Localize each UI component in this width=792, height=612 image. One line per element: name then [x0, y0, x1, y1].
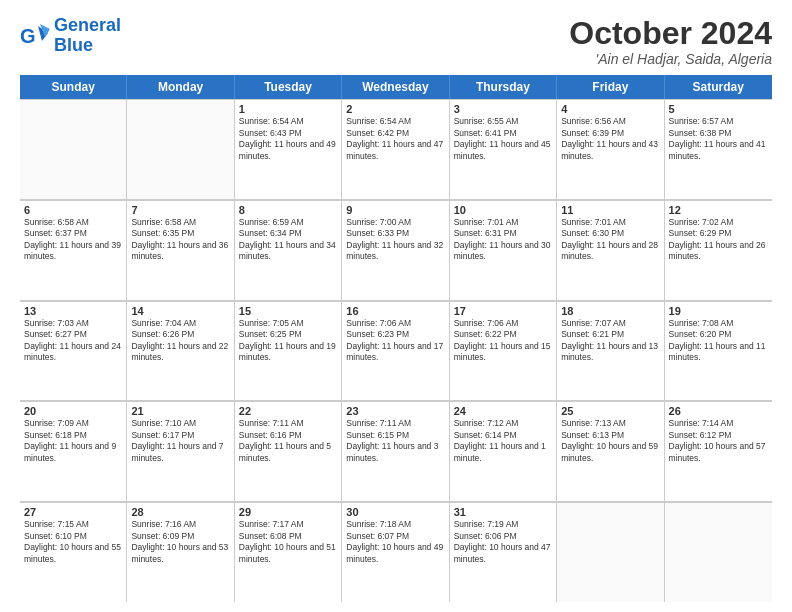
day-number: 6: [24, 204, 122, 216]
day-cell-26: 26Sunrise: 7:14 AMSunset: 6:12 PMDayligh…: [665, 401, 772, 501]
day-cell-10: 10Sunrise: 7:01 AMSunset: 6:31 PMDayligh…: [450, 200, 557, 300]
day-number: 4: [561, 103, 659, 115]
cell-info: Sunrise: 6:59 AMSunset: 6:34 PMDaylight:…: [239, 217, 337, 263]
svg-text:G: G: [20, 25, 36, 47]
empty-cell-r0c1: [127, 99, 234, 199]
day-number: 27: [24, 506, 122, 518]
cell-info: Sunrise: 6:56 AMSunset: 6:39 PMDaylight:…: [561, 116, 659, 162]
day-number: 13: [24, 305, 122, 317]
day-cell-13: 13Sunrise: 7:03 AMSunset: 6:27 PMDayligh…: [20, 301, 127, 401]
day-cell-1: 1Sunrise: 6:54 AMSunset: 6:43 PMDaylight…: [235, 99, 342, 199]
day-cell-30: 30Sunrise: 7:18 AMSunset: 6:07 PMDayligh…: [342, 502, 449, 602]
day-cell-3: 3Sunrise: 6:55 AMSunset: 6:41 PMDaylight…: [450, 99, 557, 199]
cell-info: Sunrise: 7:02 AMSunset: 6:29 PMDaylight:…: [669, 217, 768, 263]
calendar-row-2: 6Sunrise: 6:58 AMSunset: 6:37 PMDaylight…: [20, 200, 772, 301]
cell-info: Sunrise: 7:01 AMSunset: 6:30 PMDaylight:…: [561, 217, 659, 263]
calendar-header: SundayMondayTuesdayWednesdayThursdayFrid…: [20, 75, 772, 99]
cell-info: Sunrise: 7:19 AMSunset: 6:06 PMDaylight:…: [454, 519, 552, 565]
day-cell-24: 24Sunrise: 7:12 AMSunset: 6:14 PMDayligh…: [450, 401, 557, 501]
day-number: 15: [239, 305, 337, 317]
day-number: 16: [346, 305, 444, 317]
day-number: 3: [454, 103, 552, 115]
day-number: 18: [561, 305, 659, 317]
day-number: 31: [454, 506, 552, 518]
day-number: 2: [346, 103, 444, 115]
location: 'Ain el Hadjar, Saida, Algeria: [569, 51, 772, 67]
month-title: October 2024: [569, 16, 772, 51]
weekday-header-friday: Friday: [557, 75, 664, 99]
day-number: 1: [239, 103, 337, 115]
cell-info: Sunrise: 7:08 AMSunset: 6:20 PMDaylight:…: [669, 318, 768, 364]
calendar-row-4: 20Sunrise: 7:09 AMSunset: 6:18 PMDayligh…: [20, 401, 772, 502]
day-cell-9: 9Sunrise: 7:00 AMSunset: 6:33 PMDaylight…: [342, 200, 449, 300]
cell-info: Sunrise: 7:05 AMSunset: 6:25 PMDaylight:…: [239, 318, 337, 364]
day-cell-28: 28Sunrise: 7:16 AMSunset: 6:09 PMDayligh…: [127, 502, 234, 602]
cell-info: Sunrise: 6:54 AMSunset: 6:42 PMDaylight:…: [346, 116, 444, 162]
day-cell-8: 8Sunrise: 6:59 AMSunset: 6:34 PMDaylight…: [235, 200, 342, 300]
day-number: 10: [454, 204, 552, 216]
day-number: 25: [561, 405, 659, 417]
day-number: 11: [561, 204, 659, 216]
cell-info: Sunrise: 7:10 AMSunset: 6:17 PMDaylight:…: [131, 418, 229, 464]
day-number: 26: [669, 405, 768, 417]
cell-info: Sunrise: 7:12 AMSunset: 6:14 PMDaylight:…: [454, 418, 552, 464]
day-number: 8: [239, 204, 337, 216]
cell-info: Sunrise: 7:07 AMSunset: 6:21 PMDaylight:…: [561, 318, 659, 364]
page-header: G General Blue October 2024 'Ain el Hadj…: [20, 16, 772, 67]
day-cell-16: 16Sunrise: 7:06 AMSunset: 6:23 PMDayligh…: [342, 301, 449, 401]
day-cell-23: 23Sunrise: 7:11 AMSunset: 6:15 PMDayligh…: [342, 401, 449, 501]
day-number: 5: [669, 103, 768, 115]
day-number: 29: [239, 506, 337, 518]
weekday-header-wednesday: Wednesday: [342, 75, 449, 99]
weekday-header-thursday: Thursday: [450, 75, 557, 99]
cell-info: Sunrise: 7:04 AMSunset: 6:26 PMDaylight:…: [131, 318, 229, 364]
cell-info: Sunrise: 7:06 AMSunset: 6:23 PMDaylight:…: [346, 318, 444, 364]
day-number: 7: [131, 204, 229, 216]
cell-info: Sunrise: 7:01 AMSunset: 6:31 PMDaylight:…: [454, 217, 552, 263]
day-cell-2: 2Sunrise: 6:54 AMSunset: 6:42 PMDaylight…: [342, 99, 449, 199]
day-cell-12: 12Sunrise: 7:02 AMSunset: 6:29 PMDayligh…: [665, 200, 772, 300]
day-cell-18: 18Sunrise: 7:07 AMSunset: 6:21 PMDayligh…: [557, 301, 664, 401]
cell-info: Sunrise: 7:14 AMSunset: 6:12 PMDaylight:…: [669, 418, 768, 464]
day-cell-15: 15Sunrise: 7:05 AMSunset: 6:25 PMDayligh…: [235, 301, 342, 401]
weekday-header-saturday: Saturday: [665, 75, 772, 99]
cell-info: Sunrise: 6:54 AMSunset: 6:43 PMDaylight:…: [239, 116, 337, 162]
day-cell-25: 25Sunrise: 7:13 AMSunset: 6:13 PMDayligh…: [557, 401, 664, 501]
day-cell-6: 6Sunrise: 6:58 AMSunset: 6:37 PMDaylight…: [20, 200, 127, 300]
calendar-row-3: 13Sunrise: 7:03 AMSunset: 6:27 PMDayligh…: [20, 301, 772, 402]
weekday-header-sunday: Sunday: [20, 75, 127, 99]
day-cell-27: 27Sunrise: 7:15 AMSunset: 6:10 PMDayligh…: [20, 502, 127, 602]
day-cell-21: 21Sunrise: 7:10 AMSunset: 6:17 PMDayligh…: [127, 401, 234, 501]
logo-text: General Blue: [54, 16, 121, 56]
day-number: 22: [239, 405, 337, 417]
weekday-header-tuesday: Tuesday: [235, 75, 342, 99]
day-number: 20: [24, 405, 122, 417]
cell-info: Sunrise: 7:00 AMSunset: 6:33 PMDaylight:…: [346, 217, 444, 263]
calendar: SundayMondayTuesdayWednesdayThursdayFrid…: [20, 75, 772, 602]
cell-info: Sunrise: 7:11 AMSunset: 6:15 PMDaylight:…: [346, 418, 444, 464]
logo-icon: G: [20, 21, 50, 51]
empty-cell-r4c6: [665, 502, 772, 602]
day-cell-14: 14Sunrise: 7:04 AMSunset: 6:26 PMDayligh…: [127, 301, 234, 401]
day-number: 12: [669, 204, 768, 216]
day-cell-19: 19Sunrise: 7:08 AMSunset: 6:20 PMDayligh…: [665, 301, 772, 401]
empty-cell-r4c5: [557, 502, 664, 602]
day-cell-5: 5Sunrise: 6:57 AMSunset: 6:38 PMDaylight…: [665, 99, 772, 199]
day-number: 19: [669, 305, 768, 317]
calendar-row-5: 27Sunrise: 7:15 AMSunset: 6:10 PMDayligh…: [20, 502, 772, 602]
day-number: 24: [454, 405, 552, 417]
empty-cell-r0c0: [20, 99, 127, 199]
cell-info: Sunrise: 7:06 AMSunset: 6:22 PMDaylight:…: [454, 318, 552, 364]
cell-info: Sunrise: 6:58 AMSunset: 6:35 PMDaylight:…: [131, 217, 229, 263]
cell-info: Sunrise: 7:18 AMSunset: 6:07 PMDaylight:…: [346, 519, 444, 565]
day-number: 23: [346, 405, 444, 417]
cell-info: Sunrise: 6:58 AMSunset: 6:37 PMDaylight:…: [24, 217, 122, 263]
cell-info: Sunrise: 7:17 AMSunset: 6:08 PMDaylight:…: [239, 519, 337, 565]
cell-info: Sunrise: 7:03 AMSunset: 6:27 PMDaylight:…: [24, 318, 122, 364]
day-number: 17: [454, 305, 552, 317]
day-cell-4: 4Sunrise: 6:56 AMSunset: 6:39 PMDaylight…: [557, 99, 664, 199]
day-cell-31: 31Sunrise: 7:19 AMSunset: 6:06 PMDayligh…: [450, 502, 557, 602]
cell-info: Sunrise: 7:16 AMSunset: 6:09 PMDaylight:…: [131, 519, 229, 565]
cell-info: Sunrise: 6:57 AMSunset: 6:38 PMDaylight:…: [669, 116, 768, 162]
cell-info: Sunrise: 7:09 AMSunset: 6:18 PMDaylight:…: [24, 418, 122, 464]
